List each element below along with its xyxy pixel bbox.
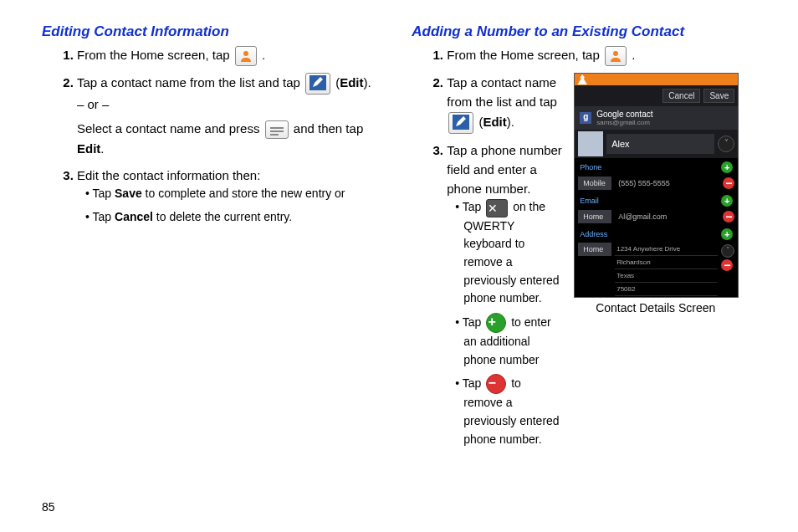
google-contact-email: sams@gmail.com [596,119,652,126]
add-address-icon[interactable]: + [721,228,733,240]
right-step-1: From the Home screen, tap . [447,45,756,66]
text: ). [507,115,514,129]
bullet-cancel: Tap Cancel to delete the current entry. [85,208,378,227]
edit-label: Edit [340,75,363,90]
minus-icon: − [486,374,506,394]
address-type-button[interactable]: Home [578,243,611,256]
phone-save-button[interactable]: Save [703,89,734,103]
expand-name-icon[interactable]: ˅ [718,136,734,152]
text: Tap [93,210,115,223]
save-label: Save [115,187,142,200]
text: and then tap [294,121,363,136]
text: Tap [463,200,484,213]
left-step-1: From the Home screen, tap . [77,45,378,66]
text: Tap a phone number field and enter a pho… [447,143,562,197]
phone-number-field[interactable]: (555) 555-5555 [615,176,719,190]
add-email-icon[interactable]: + [721,195,733,207]
contacts-icon [235,46,257,66]
contacts-icon [605,46,627,66]
text: to delete the current entry. [153,210,292,223]
page-number: 85 [42,500,55,514]
svg-rect-2 [270,127,284,129]
plus-icon: + [486,313,506,333]
name-field[interactable]: Alex [606,134,714,154]
right-step-2: Tap a contact name from the list and tap… [447,73,562,134]
address-line-1[interactable]: 1234 Anywhere Drive [615,243,718,256]
text: on the QWERTY keyboard to remove a previ… [463,200,559,304]
backspace-icon: ✕ [486,199,508,217]
svg-rect-3 [270,130,284,132]
text: to complete and store the new entry or [142,187,345,200]
avatar[interactable] [578,131,603,156]
text: From the Home screen, tap [77,48,233,62]
phone-section-label: Phone [580,163,601,171]
address-expand-icon[interactable]: ˅ [721,244,734,258]
email-field[interactable]: Al@gmail.com [615,210,719,223]
left-step-2: Tap a contact name from the list and tap… [77,73,378,159]
bullet-minus: Tap − to remove a previously entered pho… [455,374,562,448]
text: Tap [463,315,484,329]
heading-adding: Adding a Number to an Existing Contact [412,23,756,40]
remove-email-icon[interactable]: − [723,211,734,223]
svg-point-5 [613,51,618,56]
email-type-button[interactable]: Home [578,210,611,223]
person-icon [576,74,588,84]
google-contact-title: Google contact [596,110,652,119]
phone-type-button[interactable]: Mobile [578,176,611,190]
bullet-save: Tap Save to complete and store the new e… [85,185,378,203]
address-line-3[interactable]: Texas [615,269,718,283]
svg-rect-4 [270,134,279,136]
add-phone-icon[interactable]: + [721,161,733,173]
phone-topbar [575,74,738,85]
edit-pencil-icon [305,73,330,95]
text: Tap a contact name from the list and tap [447,75,557,109]
bullet-plus: Tap + to enter an additional phone numbe… [455,313,562,369]
edit-label: Edit [77,141,100,156]
edit-label: Edit [483,115,506,129]
address-line-2[interactable]: Richardson [615,256,718,269]
email-section-label: Email [580,197,599,205]
heading-editing: Editing Contact Information [42,23,378,40]
text: Tap [463,376,484,390]
text: Select a contact name and press [77,121,263,136]
menu-icon [265,120,289,139]
address-section-label: Address [580,230,607,238]
remove-address-icon[interactable]: − [721,259,733,271]
svg-point-0 [243,51,248,56]
edit-pencil-icon [448,112,473,134]
text: From the Home screen, tap [447,48,603,62]
google-contact-row: g Google contact sams@gmail.com [575,106,738,130]
right-step-3: Tap a phone number field and enter a pho… [447,141,562,449]
text: . [262,48,265,62]
phone-caption: Contact Details Screen [574,301,737,315]
bullet-backspace: Tap ✕ on the QWERTY keyboard to remove a… [455,198,562,308]
text: Tap [93,187,115,200]
section-editing-contact: Editing Contact Information From the Hom… [42,23,378,455]
address-line-4[interactable]: 75082 [615,283,718,296]
text: Tap a contact name from the list and tap [77,75,304,90]
text: Edit the contact information then: [77,168,260,182]
text: . [632,48,635,62]
phone-screenshot: Cancel Save g Google contact sams@gmail.… [574,73,737,455]
left-step-3: Edit the contact information then: Tap S… [77,166,378,227]
phone-cancel-button[interactable]: Cancel [662,89,700,103]
section-adding-number: Adding a Number to an Existing Contact F… [412,23,756,455]
text: . [100,141,104,156]
cancel-label: Cancel [115,210,153,223]
remove-phone-icon[interactable]: − [723,177,734,189]
google-icon: g [580,112,591,124]
